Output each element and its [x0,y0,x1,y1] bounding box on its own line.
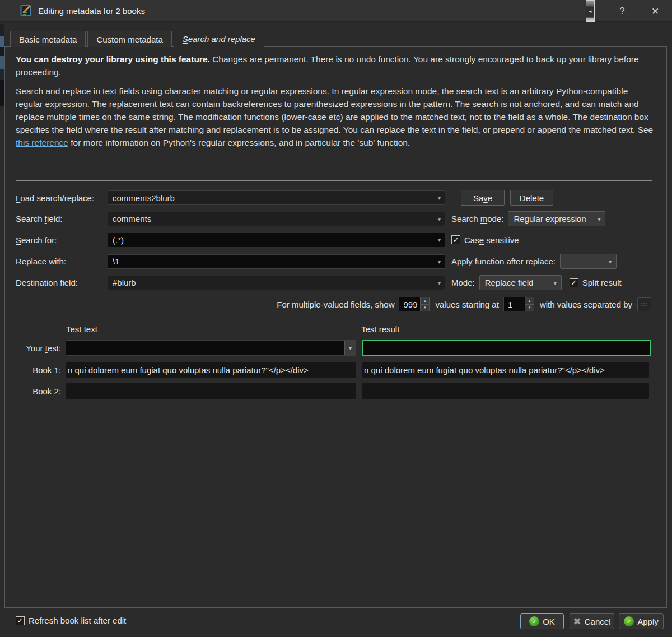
test-result-header: Test result [361,324,399,334]
help-button[interactable]: ? [615,4,629,18]
refresh-row: ✓ Refresh book list after edit [16,616,126,625]
check-icon: ✓ [453,236,459,244]
separator-label: with values separated by [540,300,632,309]
book2-row: Book 2: [16,383,649,399]
your-test-label: Your test: [16,343,66,353]
load-label: Load search/replace: [16,193,108,203]
search-for-combobox[interactable]: (.*)▾ [108,233,445,247]
your-test-combobox[interactable]: ▾ [66,340,356,356]
spin-up-icon[interactable]: ▲ [525,297,534,305]
help-icon: ? [620,6,625,16]
title-bar: Editing metadata for 2 books [0,0,672,22]
separator-input[interactable]: ::: [637,297,651,311]
search-mode-label: Search mode: [451,214,503,224]
starting-label: values starting at [435,300,498,309]
spin-down-icon[interactable]: ▼ [525,305,534,312]
tab-custom-metadata[interactable]: Custom metadata [87,31,171,47]
arrow-left-icon: ◂ [589,8,592,14]
starting-spinner[interactable]: 1 ▲ ▼ [503,297,534,311]
book1-label: Book 1: [16,365,66,375]
book1-text-field[interactable]: n qui dolorem eum fugiat quo voluptas nu… [66,362,356,378]
search-mode-combobox[interactable]: Regular expression▾ [508,211,605,226]
book1-row: Book 1: n qui dolorem eum fugiat quo vol… [16,362,649,378]
replace-with-combobox[interactable]: \1▾ [108,254,445,269]
chevron-down-icon: ▾ [554,280,557,286]
collapsed-toolbar-widget[interactable]: ◂ [586,0,595,22]
book2-text-field[interactable] [66,383,356,399]
refresh-label: Refresh book list after edit [29,616,126,625]
window-title: Editing metadata for 2 books [38,6,145,16]
cancel-button[interactable]: ✖ Cancel [570,613,614,629]
apply-button[interactable]: ✓ Apply [619,613,664,629]
search-field-row: Search field: comments▾ Search mode: Reg… [16,211,605,226]
show-spinner[interactable]: 999 ▲ ▼ [399,297,430,311]
destination-combobox[interactable]: #blurb▾ [108,276,445,290]
test-text-header: Test text [66,324,97,334]
chevron-down-icon: ▾ [438,195,441,201]
check-icon: ✓ [17,616,24,625]
split-result-checkbox[interactable]: ✓ [570,278,578,287]
your-test-row: Your test: ▾ [16,340,651,356]
destination-row: Destination field: #blurb▾ Mode: Replace… [16,275,622,290]
spin-down-icon[interactable]: ▼ [420,305,430,312]
split-result-label: Split result [582,278,622,287]
ok-check-icon: ✓ [529,616,539,626]
book2-label: Book 2: [16,387,66,396]
reference-link[interactable]: this reference [16,138,68,147]
chevron-down-icon: ▾ [438,216,441,222]
tab-basic-metadata[interactable]: Basic metadata [10,31,86,47]
chevron-down-icon: ▾ [438,280,441,286]
load-row: Load search/replace: comments2blurb▾ Sav… [16,190,553,206]
mode-combobox[interactable]: Replace field▾ [479,275,562,290]
check-icon: ✓ [571,278,577,287]
replace-with-label: Replace with: [16,257,108,266]
book1-result-field[interactable]: n qui dolorem eum fugiat quo voluptas nu… [362,362,649,378]
edit-metadata-dialog: Editing metadata for 2 books ◂ ? ✕ Basic… [0,0,672,637]
spin-up-icon[interactable]: ▲ [420,297,430,305]
feature-description: Search and replace in text fields using … [16,85,655,149]
cancel-x-icon: ✖ [573,616,581,627]
load-combobox[interactable]: comments2blurb▾ [108,190,445,205]
multi-value-row: For multiple-valued fields, show 999 ▲ ▼… [277,297,651,311]
refresh-checkbox[interactable]: ✓ [16,616,25,625]
search-field-label: Search field: [16,214,108,224]
apply-check-icon: ✓ [624,616,634,626]
background-window-sliver [0,24,4,106]
case-sensitive-checkbox[interactable]: ✓ [451,235,460,244]
close-icon: ✕ [651,6,659,17]
chevron-down-icon: ▾ [438,237,441,243]
chevron-down-icon: ▾ [609,258,612,264]
search-for-row: Search for: (.*)▾ ✓ Case sensitive [16,233,519,247]
edit-metadata-icon [20,4,32,17]
search-replace-panel: You can destroy your library using this … [4,46,667,608]
destination-label: Destination field: [16,278,108,287]
save-button[interactable]: Save [461,190,505,206]
delete-button[interactable]: Delete [510,190,553,206]
replace-with-row: Replace with: \1▾ Apply function after r… [16,254,617,269]
chevron-down-icon: ▾ [438,258,441,264]
search-field-combobox[interactable]: comments▾ [108,212,445,226]
chevron-down-icon: ▾ [598,216,600,222]
close-button[interactable]: ✕ [648,4,662,18]
ok-button[interactable]: ✓ OK [520,613,564,629]
search-for-label: Search for: [16,235,108,245]
case-sensitive-label: Case sensitive [464,235,519,245]
mode-label: Mode: [451,278,475,287]
tab-bar: Basic metadata Custom metadata Search an… [10,30,266,47]
book2-result-field[interactable] [362,383,649,399]
separator-line [16,180,652,181]
destroy-warning: You can destroy your library using this … [16,53,650,78]
your-test-result-field[interactable] [362,340,651,356]
apply-function-label: Apply function after replace: [451,257,556,266]
chevron-down-icon[interactable]: ▾ [344,341,356,355]
tab-search-and-replace[interactable]: Search and replace [174,30,264,47]
show-label: For multiple-valued fields, show [277,300,394,309]
apply-function-combobox[interactable]: ▾ [560,254,617,269]
